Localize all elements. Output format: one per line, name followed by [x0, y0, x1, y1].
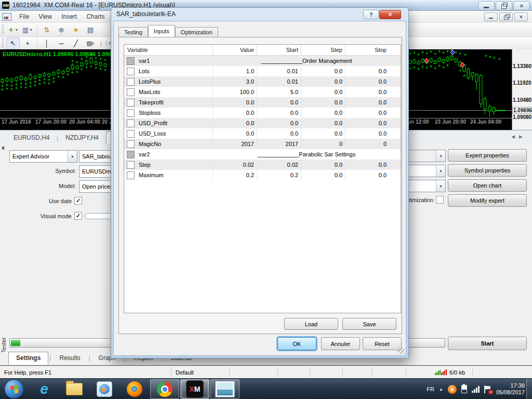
minimize-button[interactable]	[478, 1, 495, 10]
left-chart-window[interactable]: EURUSDmicro,H1 1.09696 1.09696 1.09696 1…	[0, 49, 111, 130]
period-select[interactable]: ▼	[408, 150, 446, 162]
price-scale[interactable]: 1.133601.119201.104801.096961.09080	[512, 49, 532, 130]
cursor-tool-button[interactable]: ↖	[6, 37, 20, 49]
tester-tab-settings[interactable]: Settings	[8, 352, 48, 365]
dialog-tab-inputs[interactable]: Inputs	[148, 25, 175, 37]
checkbox-maxlots[interactable]	[127, 88, 135, 96]
optimization-checkbox[interactable]	[436, 196, 444, 204]
taskbar-media-player[interactable]: ▶	[90, 380, 118, 398]
checkbox-usd_profit[interactable]	[127, 119, 135, 127]
optimization-param-select[interactable]: ▼	[408, 180, 446, 192]
reset-button[interactable]: Reset	[363, 337, 402, 350]
crosshair-mode-button[interactable]: ⊕	[55, 24, 68, 36]
taskbar-photo-viewer[interactable]	[210, 379, 240, 399]
right-chart-canvas[interactable]	[408, 49, 512, 118]
taskbar-xm-terminal[interactable]: XM	[180, 379, 209, 399]
menu-file[interactable]: File	[15, 13, 34, 20]
close-button[interactable]: ×	[513, 1, 530, 10]
expert-properties-button[interactable]: Expert properties	[448, 149, 527, 162]
checkbox-stoploss[interactable]	[127, 109, 135, 117]
profiles-button[interactable]: ▥▼	[21, 24, 34, 36]
equidistant-channel-button[interactable]: ▨E	[84, 37, 97, 49]
language-indicator[interactable]: FR	[427, 386, 434, 392]
chart-tab-eurusd-h4[interactable]: EURUSD,H4	[6, 132, 57, 144]
spread-select[interactable]: ▼	[408, 165, 446, 177]
trendline-button[interactable]: ╱	[69, 37, 83, 49]
visual-mode-checkbox[interactable]: ✓	[74, 212, 82, 220]
table-row-usd_profit[interactable]: USD_Profit0.00.00.00.0	[124, 118, 401, 128]
taskbar-internet-explorer[interactable]: e	[30, 380, 58, 398]
resize-grip[interactable]	[398, 348, 404, 354]
checkbox-takeprofit[interactable]	[127, 99, 135, 107]
checkbox-var2[interactable]	[127, 151, 135, 158]
table-row-takeprofit[interactable]: Takeprofit0.00.00.00.0	[124, 97, 401, 108]
dialog-title[interactable]: SAR_taboutetarik-EA	[116, 10, 176, 18]
tray-expand-icon[interactable]: ▲	[439, 387, 443, 392]
tester-close-button[interactable]: x	[2, 144, 5, 151]
checkbox-lotsplus[interactable]	[127, 78, 135, 86]
use-date-checkbox[interactable]: ✓	[74, 197, 82, 205]
terminal-panel-button[interactable]: ▤	[84, 24, 97, 36]
table-row-lots[interactable]: Lots1.00.010.00.0	[124, 66, 401, 76]
battery-icon[interactable]	[461, 385, 467, 393]
taskbar-firefox[interactable]	[121, 380, 149, 398]
chart-document-icon[interactable]	[2, 13, 11, 21]
menu-charts[interactable]: Charts	[82, 13, 109, 20]
menu-insert[interactable]: Insert	[57, 13, 82, 20]
chart-tab-nzdjpy-h4[interactable]: NZDJPY,H4	[58, 132, 106, 144]
vertical-line-button[interactable]: │	[40, 37, 54, 49]
dialog-tab-testing[interactable]: Testing	[118, 27, 148, 37]
symbol-properties-button[interactable]: Symbol properties	[448, 164, 527, 177]
checkbox-lots[interactable]	[127, 68, 135, 75]
clock[interactable]: 17:38 05/08/2017	[496, 382, 525, 396]
toolbar-grip[interactable]	[2, 24, 4, 35]
modify-expert-button[interactable]: Modify expert	[448, 194, 527, 207]
show-desktop-button[interactable]	[526, 379, 532, 399]
checkbox-usd_loss[interactable]	[127, 130, 135, 138]
save-button[interactable]: Save	[342, 318, 396, 330]
toolbar-grip[interactable]	[2, 38, 4, 48]
favorites-button[interactable]: ★	[69, 24, 83, 36]
avast-icon[interactable]: a	[448, 385, 457, 394]
cancel-button[interactable]: Annuler	[321, 337, 360, 350]
table-row-step[interactable]: Step0.020.020.00.0	[124, 159, 401, 170]
mdi-restore-button[interactable]	[499, 12, 513, 21]
tab-scroll-arrows[interactable]: ◀▶	[511, 134, 527, 139]
dialog-tab-optimization[interactable]: Optimization	[175, 27, 218, 37]
checkbox-maximum[interactable]	[127, 171, 135, 179]
network-signal-icon[interactable]	[472, 385, 480, 393]
checkbox-step[interactable]	[127, 161, 135, 169]
menu-view[interactable]: View	[34, 13, 57, 20]
right-chart-window[interactable]: un 12:0023 Jun 20:0024 Jun 04:00	[403, 49, 512, 130]
table-row-stoploss[interactable]: Stoploss0.00.00.00.0	[124, 108, 401, 118]
start-button[interactable]: Start	[448, 337, 527, 350]
start-button[interactable]	[4, 379, 24, 399]
horizontal-line-button[interactable]: ─	[55, 37, 68, 49]
table-row-magicno[interactable]: MagicNo2017201700	[124, 139, 401, 149]
taskbar-chrome[interactable]	[150, 379, 179, 399]
table-row-usd_loss[interactable]: USD_Loss0.00.00.00.0	[124, 128, 401, 139]
left-chart-canvas[interactable]	[0, 49, 111, 118]
table-row-var2[interactable]: var2_____________Parabolic Sar Settings	[124, 149, 401, 159]
new-chart-button[interactable]: ＋▼	[6, 24, 20, 36]
open-chart-button[interactable]: Open chart	[448, 179, 527, 192]
expert-type-select[interactable]: Expert Advisor ▼	[9, 150, 77, 163]
tester-tab-results[interactable]: Results	[52, 352, 87, 365]
table-row-maximum[interactable]: Maximum0.20.20.00.0	[124, 170, 401, 180]
crosshair-tool-button[interactable]: ＋	[21, 37, 34, 49]
restore-button[interactable]	[496, 1, 512, 10]
indicators-button[interactable]: ⇅	[40, 24, 54, 36]
checkbox-var1[interactable]	[127, 57, 135, 65]
mdi-minimize-button[interactable]	[484, 12, 498, 21]
fibonacci-button[interactable]: ⋮⋮F	[98, 37, 112, 49]
taskbar-windows-explorer[interactable]	[60, 380, 88, 398]
table-row-maxlots[interactable]: MaxLots100.05.00.00.0	[124, 87, 401, 97]
action-center-icon[interactable]: ×	[484, 385, 491, 393]
dialog-help-button[interactable]: ?	[363, 10, 379, 19]
table-row-lotsplus[interactable]: LotsPlus3.00.010.00.0	[124, 76, 401, 87]
mdi-close-button[interactable]: ×	[514, 12, 528, 21]
table-row-var1[interactable]: var1_____________Order Management	[124, 56, 401, 66]
ok-button[interactable]: OK	[277, 337, 316, 350]
load-button[interactable]: Load	[284, 318, 338, 330]
dialog-close-button[interactable]: ×	[379, 10, 401, 19]
